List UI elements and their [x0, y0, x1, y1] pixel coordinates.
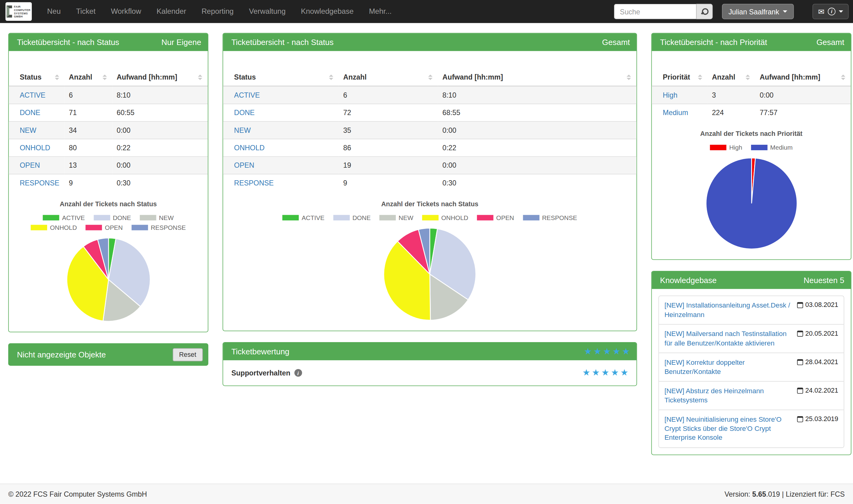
- legend-item[interactable]: High: [710, 144, 742, 151]
- star-icon: ★: [622, 347, 630, 356]
- legend-label: OPEN: [496, 215, 514, 221]
- calendar-icon: [797, 330, 803, 337]
- star-icon[interactable]: ★: [601, 368, 610, 377]
- nav-item-kalender[interactable]: Kalender: [149, 0, 194, 23]
- nav-item-verwaltung[interactable]: Verwaltung: [241, 0, 293, 23]
- fcs-logo-text: FAIR COMPUTER SYSTEMS GMBH: [14, 5, 30, 18]
- column-header-anzahl[interactable]: Anzahl: [65, 69, 112, 86]
- legend-item[interactable]: OPEN: [477, 215, 514, 221]
- legend-item[interactable]: ACTIVE: [43, 215, 85, 221]
- column-header-aufwand[interactable]: Aufwand [hh:mm]: [112, 69, 208, 86]
- legend-item[interactable]: NEW: [379, 215, 413, 221]
- info-icon[interactable]: i: [294, 369, 302, 377]
- nav-item-ticket[interactable]: Ticket: [69, 0, 104, 23]
- panel-status-own-body: Status Anzahl Aufwand [hh:mm] ACTIVE68:1…: [9, 69, 208, 332]
- column-header-aufwand[interactable]: Aufwand [hh:mm]: [438, 69, 637, 86]
- scope-badge: Neuesten 5: [803, 276, 844, 285]
- priority-link[interactable]: Medium: [663, 109, 688, 117]
- nav-item-reporting[interactable]: Reporting: [194, 0, 241, 23]
- legend-swatch: [140, 215, 156, 220]
- panel-rating-heading: Ticketbewertung ★ ★ ★ ★ ★: [223, 343, 636, 360]
- column-header-prioritaet[interactable]: Priorität: [652, 69, 707, 86]
- status-link[interactable]: DONE: [234, 109, 255, 117]
- status-link[interactable]: RESPONSE: [234, 179, 273, 187]
- status-link[interactable]: NEW: [234, 126, 251, 134]
- legend-swatch: [43, 215, 59, 220]
- panel-title: Ticketübersicht - nach Status: [231, 38, 333, 47]
- search-button[interactable]: [696, 4, 712, 19]
- column-header-status[interactable]: Status: [9, 69, 65, 86]
- effort-cell: 68:55: [438, 104, 637, 122]
- column-header-anzahl[interactable]: Anzahl: [708, 69, 756, 86]
- nav-item-knowledgebase[interactable]: Knowledgebase: [293, 0, 361, 23]
- legend-item[interactable]: NEW: [140, 215, 174, 221]
- table-row: NEW340:00: [9, 122, 208, 139]
- main-menu: Neu Ticket Workflow Kalender Reporting V…: [39, 0, 399, 23]
- status-link[interactable]: DONE: [20, 109, 40, 117]
- priority-link[interactable]: High: [663, 91, 677, 99]
- table-row: OPEN130:00: [9, 157, 208, 174]
- legend-label: High: [729, 144, 742, 151]
- column-label: Priorität: [663, 73, 690, 81]
- status-link[interactable]: RESPONSE: [20, 179, 59, 187]
- table-row: ONHOLD860:22: [223, 139, 636, 156]
- chevron-down-icon: [783, 11, 787, 13]
- legend-swatch: [283, 215, 299, 220]
- status-link[interactable]: ACTIVE: [20, 91, 46, 99]
- panel-status-own: Ticketübersicht - nach Status Nur Eigene…: [8, 33, 208, 332]
- legend-item[interactable]: ONHOLD: [31, 224, 77, 231]
- kb-article-link[interactable]: [NEW] Korrektur doppelter Benutzer/Konta…: [665, 358, 792, 376]
- count-cell: 6: [339, 86, 438, 104]
- status-link[interactable]: ONHOLD: [20, 144, 51, 152]
- star-icon[interactable]: ★: [611, 368, 619, 377]
- count-cell: 72: [339, 104, 438, 122]
- chart-title: Anzahl der Tickets nach Status: [223, 200, 636, 208]
- table-row: RESPONSE90:30: [9, 174, 208, 191]
- status-link[interactable]: OPEN: [234, 161, 254, 169]
- sort-icon: [198, 74, 203, 80]
- nav-item-workflow[interactable]: Workflow: [103, 0, 149, 23]
- chart-title: Anzahl der Tickets nach Priorität: [652, 130, 851, 138]
- legend-item[interactable]: DONE: [94, 215, 131, 221]
- panel-title: Ticketübersicht - nach Status: [17, 38, 119, 47]
- column-header-status[interactable]: Status: [223, 69, 339, 86]
- legend-item[interactable]: RESPONSE: [131, 224, 186, 231]
- column-header-anzahl[interactable]: Anzahl: [339, 69, 438, 86]
- chart-title: Anzahl der Tickets nach Status: [9, 200, 208, 208]
- table-header-row: Status Anzahl Aufwand [hh:mm]: [9, 69, 208, 86]
- legend-item[interactable]: ACTIVE: [283, 215, 324, 221]
- kb-article-link[interactable]: [NEW] Neuinitialisierung eines Store'O C…: [665, 415, 792, 442]
- scope-badge: Gesamt: [816, 38, 844, 47]
- chart-legend: High Medium: [652, 143, 851, 152]
- overall-rating-stars: ★ ★ ★ ★ ★: [584, 347, 630, 356]
- legend-item[interactable]: DONE: [333, 215, 370, 221]
- kb-date-text: 20.05.2021: [805, 329, 838, 337]
- status-link[interactable]: OPEN: [20, 161, 40, 169]
- search-input[interactable]: [614, 4, 696, 19]
- status-link[interactable]: NEW: [20, 126, 36, 134]
- nav-item-mehr[interactable]: Mehr...: [361, 0, 399, 23]
- kb-article-link[interactable]: [NEW] Installationsanleitung Asset.Desk …: [665, 301, 792, 319]
- star-icon[interactable]: ★: [620, 368, 629, 377]
- kb-article-link[interactable]: [NEW] Mailversand nach Testinstallation …: [665, 329, 792, 348]
- nav-item-neu[interactable]: Neu: [39, 0, 69, 23]
- count-cell: 3: [708, 86, 756, 104]
- star-icon[interactable]: ★: [582, 368, 590, 377]
- panel-status-all: Ticketübersicht - nach Status Gesamt Sta…: [222, 33, 637, 331]
- status-link[interactable]: ONHOLD: [234, 144, 265, 152]
- legend-item[interactable]: Medium: [751, 144, 793, 151]
- legend-item[interactable]: ONHOLD: [422, 215, 468, 221]
- kb-article-link[interactable]: [NEW] Absturz des Heinzelmann Ticketsyst…: [665, 386, 792, 404]
- star-icon[interactable]: ★: [592, 368, 600, 377]
- legend-item[interactable]: RESPONSE: [523, 215, 577, 221]
- column-label: Anzahl: [69, 73, 92, 81]
- column-header-aufwand[interactable]: Aufwand [hh:mm]: [756, 69, 851, 86]
- user-menu-button[interactable]: Julian Saalfrank: [722, 4, 794, 19]
- legend-item[interactable]: OPEN: [86, 224, 123, 231]
- notifications-menu-button[interactable]: ✉ i: [813, 4, 849, 19]
- fcs-logo[interactable]: FAIR COMPUTER SYSTEMS GMBH: [5, 2, 32, 21]
- reset-button[interactable]: Reset: [173, 348, 203, 361]
- status-link[interactable]: ACTIVE: [234, 91, 260, 99]
- panel-title: Ticketübersicht - nach Priorität: [660, 38, 767, 47]
- kb-date: 25.03.2019: [797, 415, 838, 442]
